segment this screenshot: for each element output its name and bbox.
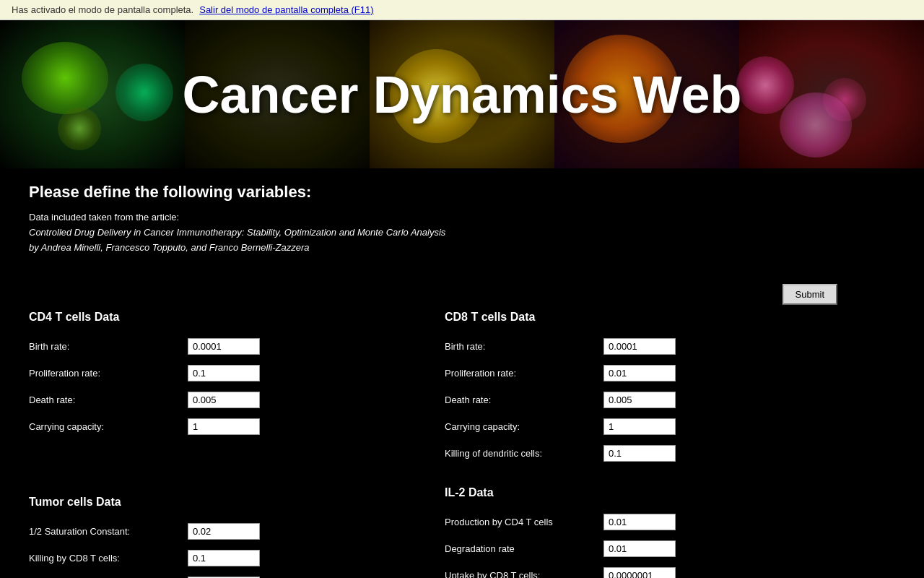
tumor-saturation-row: 1/2 Saturation Constant: xyxy=(29,523,445,540)
header-banner: Cancer Dynamics Web xyxy=(0,20,924,168)
cd8-section-title: CD8 T cells Data xyxy=(445,311,860,324)
cd8-death-row: Death rate: xyxy=(445,392,860,408)
cd8-proliferation-input[interactable] xyxy=(603,365,676,381)
submit-button[interactable]: Submit xyxy=(783,284,837,305)
cell-blob-green-2 xyxy=(116,64,173,121)
cd8-birth-row: Birth rate: xyxy=(445,338,860,355)
cd8-birth-label: Birth rate: xyxy=(445,341,603,352)
tumor-saturation-input[interactable] xyxy=(188,523,260,540)
cell-blob-pink-1 xyxy=(736,56,794,114)
exit-fullscreen-link[interactable]: Salir del modo de pantalla completa (F11… xyxy=(199,4,373,15)
article-info: Data included taken from the article: Co… xyxy=(29,210,895,255)
article-authors: by Andrea Minelli, Francesco Topputo, an… xyxy=(29,241,895,256)
left-column: CD4 T cells Data Birth rate: Proliferati… xyxy=(29,311,445,578)
cd4-section-title: CD4 T cells Data xyxy=(29,311,445,324)
il2-section: IL-2 Data Production by CD4 T cells Degr… xyxy=(445,486,860,578)
il2-degradation-row: Degradation rate xyxy=(445,540,860,557)
il2-production-label: Production by CD4 T cells xyxy=(445,517,603,527)
cell-blob-pink-3 xyxy=(780,92,852,158)
cd4-death-row: Death rate: xyxy=(29,392,445,408)
tumor-section-title: Tumor cells Data xyxy=(29,496,445,509)
cd8-birth-input[interactable] xyxy=(603,338,676,355)
right-column: CD8 T cells Data Birth rate: Proliferati… xyxy=(445,311,860,578)
article-label: Data included taken from the article: xyxy=(29,210,895,225)
tumor-killing-row: Killing by CD8 T cells: xyxy=(29,550,445,566)
tumor-section: Tumor cells Data 1/2 Saturation Constant… xyxy=(29,496,445,578)
cd4-death-input[interactable] xyxy=(188,392,260,408)
il2-uptake-row: Uptake by CD8 T cells: xyxy=(445,567,860,578)
tumor-saturation-label: 1/2 Saturation Constant: xyxy=(29,526,188,537)
main-content: Please define the following variables: D… xyxy=(0,168,924,578)
cd8-proliferation-row: Proliferation rate: xyxy=(445,365,860,381)
cd8-proliferation-label: Proliferation rate: xyxy=(445,368,603,379)
cd8-carrying-row: Carrying capacity: xyxy=(445,418,860,435)
cd4-birth-rate-row: Birth rate: xyxy=(29,338,445,355)
il2-uptake-label: Uptake by CD8 T cells: xyxy=(445,570,603,578)
fullscreen-notification: Has activado el modo de pantalla complet… xyxy=(0,0,924,20)
cd4-carrying-label: Carrying capacity: xyxy=(29,421,188,432)
article-title: Controlled Drug Delivery in Cancer Immun… xyxy=(29,225,895,241)
cell-blob-green-1 xyxy=(22,42,108,114)
cd8-death-input[interactable] xyxy=(603,392,676,408)
cd8-carrying-label: Carrying capacity: xyxy=(445,421,603,432)
cd8-killing-dendritic-input[interactable] xyxy=(603,445,676,462)
app-title: Cancer Dynamics Web xyxy=(183,65,742,124)
il2-production-input[interactable] xyxy=(603,514,676,530)
cd4-proliferation-row: Proliferation rate: xyxy=(29,365,445,381)
tumor-killing-input[interactable] xyxy=(188,550,260,566)
cd8-killing-dendritic-row: Killing of dendritic cells: xyxy=(445,445,860,462)
il2-degradation-label: Degradation rate xyxy=(445,543,603,554)
il2-section-title: IL-2 Data xyxy=(445,486,860,499)
il2-uptake-input[interactable] xyxy=(603,567,676,578)
cd8-carrying-input[interactable] xyxy=(603,418,676,435)
tumor-killing-label: Killing by CD8 T cells: xyxy=(29,553,188,564)
cd8-section: CD8 T cells Data Birth rate: Proliferati… xyxy=(445,311,860,462)
cd4-birth-rate-input[interactable] xyxy=(188,338,260,355)
il2-degradation-input[interactable] xyxy=(603,540,676,557)
cd4-section: CD4 T cells Data Birth rate: Proliferati… xyxy=(29,311,445,435)
cell-blob-green-3 xyxy=(58,107,101,150)
cd4-carrying-input[interactable] xyxy=(188,418,260,435)
cd4-death-label: Death rate: xyxy=(29,394,188,405)
page-heading: Please define the following variables: xyxy=(29,183,895,202)
fullscreen-message: Has activado el modo de pantalla complet… xyxy=(12,4,193,15)
cd8-death-label: Death rate: xyxy=(445,394,603,405)
cd4-birth-rate-label: Birth rate: xyxy=(29,341,188,352)
il2-production-row: Production by CD4 T cells xyxy=(445,514,860,530)
cd4-carrying-row: Carrying capacity: xyxy=(29,418,445,435)
cd4-proliferation-label: Proliferation rate: xyxy=(29,368,188,379)
cd8-killing-dendritic-label: Killing of dendritic cells: xyxy=(445,448,603,459)
cd4-proliferation-input[interactable] xyxy=(188,365,260,381)
